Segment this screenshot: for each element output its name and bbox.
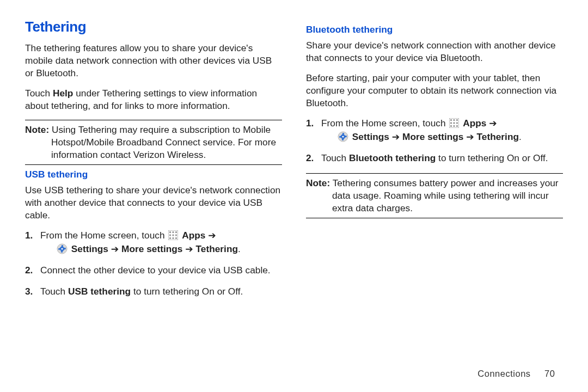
period: . [238,243,241,254]
step-number: 1. [25,229,33,242]
more-settings-label: More settings [121,243,182,254]
usb-step-1: 1. From the Home screen, touch Apps ➔ [25,229,282,255]
step-number: 3. [25,285,33,298]
step-text-prefix: From the Home screen, touch [321,118,448,128]
settings-label: Settings [71,243,108,254]
arrow-icon: ➔ [466,131,474,143]
bluetooth-tethering-bold: Bluetooth tethering [349,152,436,163]
apps-grid-icon [168,230,178,240]
note-2: Note: Tethering consumes battery power a… [306,177,563,215]
period: . [519,131,522,142]
intro-help-prefix: Touch [25,88,53,99]
step-number: 2. [306,152,314,164]
left-column: Tethering The tethering features allow y… [25,17,282,307]
svg-rect-5 [173,234,174,236]
arrow-icon: ➔ [392,131,400,143]
bt-steps: 1. From the Home screen, touch Apps ➔ [306,117,563,164]
svg-rect-26 [454,122,455,124]
svg-rect-25 [450,122,452,124]
footer-section: Connections [477,369,530,378]
rule [306,218,563,218]
rule [306,173,563,174]
svg-rect-24 [456,119,458,121]
step-text: Connect the other device to your device … [40,265,271,275]
svg-rect-2 [173,231,174,233]
tethering-label: Tethering [196,243,238,254]
svg-rect-30 [456,125,458,127]
tethering-label: Tethering [477,131,519,142]
right-column: Bluetooth tethering Share your device's … [306,17,563,307]
rule [25,164,282,165]
usb-description: Use USB tethering to share your device's… [25,184,282,222]
step-text-prefix: Touch [321,152,349,163]
usb-step-3: 3. Touch USB tethering to turn tethering… [25,285,282,298]
svg-rect-9 [175,237,177,239]
step-text-prefix: Touch [40,286,68,297]
svg-rect-4 [169,234,171,236]
svg-rect-29 [454,125,455,127]
svg-rect-7 [169,237,171,239]
svg-rect-8 [173,237,174,239]
settings-gear-icon [338,131,348,142]
apps-grid-icon [449,118,459,128]
page-title: Tethering [25,17,282,36]
usb-step-2: 2. Connect the other device to your devi… [25,264,282,277]
bt-step-2: 2. Touch Bluetooth tethering to turn tet… [306,152,563,164]
bt-description-2: Before starting, pair your computer with… [306,72,563,109]
page-footer: Connections 70 [477,368,560,380]
step-number: 1. [306,117,314,130]
rule [25,120,282,120]
footer-page-number: 70 [544,368,560,380]
arrow-icon: ➔ [111,243,119,255]
apps-label: Apps [182,230,205,241]
svg-point-20 [61,248,63,249]
svg-rect-1 [169,231,171,233]
more-settings-label: More settings [402,131,463,142]
svg-point-41 [342,136,344,137]
help-label: Help [53,88,73,99]
settings-gear-icon [57,243,68,254]
note-label: Note: [25,124,49,135]
arrow-icon: ➔ [489,117,497,130]
bt-description-1: Share your device's network connection w… [306,39,563,64]
settings-label: Settings [352,131,389,142]
apps-label: Apps [463,118,486,128]
intro-paragraph-1: The tethering features allow you to shar… [25,42,282,79]
bt-step-1: 1. From the Home screen, touch Apps ➔ [306,117,563,143]
note-body: Using Tethering may require a subscripti… [49,124,276,160]
svg-rect-6 [175,234,177,236]
step-text-suffix: to turn tethering On or Off. [436,152,548,163]
svg-rect-22 [450,119,452,121]
arrow-icon: ➔ [208,229,216,242]
note-label: Note: [306,177,330,188]
note-body: Tethering consumes battery power and inc… [330,177,558,213]
note-1: Note: Using Tethering may require a subs… [25,124,282,161]
step-text-prefix: From the Home screen, touch [40,230,167,241]
usb-tethering-heading: USB tethering [25,168,282,181]
svg-rect-28 [450,125,452,127]
bluetooth-tethering-heading: Bluetooth tethering [306,23,563,36]
arrow-icon: ➔ [185,243,193,255]
svg-rect-23 [454,119,455,121]
svg-rect-27 [456,122,458,124]
usb-steps: 1. From the Home screen, touch Apps ➔ [25,229,282,298]
step-text-suffix: to turn tethering On or Off. [131,286,243,297]
svg-rect-3 [175,231,177,233]
intro-paragraph-2: Touch Help under Tethering settings to v… [25,87,282,112]
usb-tethering-bold: USB tethering [68,286,131,297]
step-number: 2. [25,264,33,277]
